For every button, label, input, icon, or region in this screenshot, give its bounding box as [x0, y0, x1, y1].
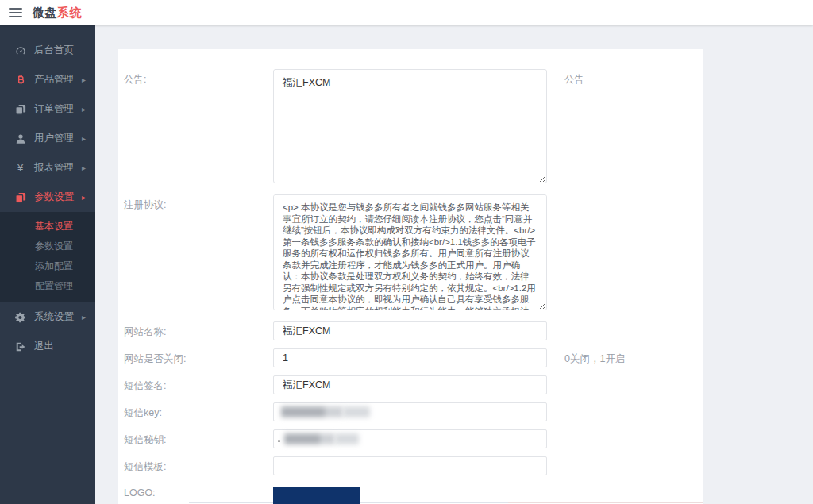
sidebar-subitem-parameter-settings[interactable]: 参数设置 — [0, 237, 95, 256]
sms-template-label: 短信模板: — [124, 456, 273, 474]
sidebar-item-label: 参数设置 — [34, 190, 82, 204]
site-name-input[interactable] — [273, 321, 547, 340]
form-row-agreement: 注册协议: <p> 本协议是您与钱多多所有者之间就钱多多网站服务等相关事宜所订立… — [124, 194, 703, 314]
form-row-site-name: 网站名称: — [124, 321, 703, 340]
chevron-right-icon: ▸ — [82, 164, 86, 172]
bitcoin-icon — [14, 74, 26, 86]
chevron-right-icon: ▸ — [82, 105, 86, 113]
gear-icon — [14, 311, 26, 323]
redacted-value-blur — [343, 406, 370, 417]
chevron-right-icon: ▸ — [82, 313, 86, 321]
app-title-red: 系统 — [57, 6, 82, 19]
sidebar: 后台首页 产品管理 ▸ 订单管理 ▸ 用户管理 ▸ ¥ 报表管理 ▸ 参数设置 … — [0, 25, 95, 504]
sidebar-item-parameters[interactable]: 参数设置 ▸ — [0, 183, 95, 212]
sidebar-subitem-add-config[interactable]: 添加配置 — [0, 256, 95, 276]
redacted-value-blur — [284, 433, 335, 444]
sidebar-item-label: 后台首页 — [34, 44, 86, 57]
sidebar-item-users[interactable]: 用户管理 ▸ — [0, 124, 95, 153]
yen-icon: ¥ — [14, 162, 26, 174]
redacted-value-dot — [278, 440, 280, 442]
dashboard-icon — [14, 44, 26, 56]
sidebar-item-orders[interactable]: 订单管理 ▸ — [0, 94, 95, 124]
top-header: 微盘系统 — [0, 0, 813, 25]
sidebar-item-label: 用户管理 — [34, 132, 82, 145]
redacted-value-blur — [335, 433, 359, 444]
app-title: 微盘系统 — [33, 6, 82, 21]
sms-key-label: 短信key: — [124, 402, 273, 420]
sidebar-item-label: 退出 — [34, 340, 86, 353]
sidebar-subitem-basic-settings[interactable]: 基本设置 — [0, 217, 95, 237]
fxcm-logo: FXCM FXCM LISTED — [273, 487, 360, 504]
form-row-site-closed: 网站是否关闭: 0关闭，1开启 — [124, 348, 703, 367]
sidebar-item-dashboard[interactable]: 后台首页 — [0, 36, 95, 65]
agreement-label: 注册协议: — [124, 194, 273, 212]
settings-form-card: 公告: 福汇FXCM 公告 注册协议: <p> 本协议是您与钱多多所有者之间就钱… — [118, 49, 703, 504]
user-icon — [14, 133, 26, 144]
sidebar-item-reports[interactable]: ¥ 报表管理 ▸ — [0, 153, 95, 183]
card-bottom-divider — [189, 502, 703, 503]
agreement-textarea[interactable]: <p> 本协议是您与钱多多所有者之间就钱多多网站服务等相关事宜所订立的契约，请您… — [273, 194, 547, 310]
chevron-right-icon: ▸ — [82, 134, 86, 143]
copy-icon — [14, 191, 26, 203]
sidebar-subitem-config-manage[interactable]: 配置管理 — [0, 276, 95, 296]
sms-template-input[interactable] — [273, 456, 547, 475]
announcement-hint: 公告 — [564, 69, 584, 87]
chevron-right-icon: ▸ — [82, 193, 86, 202]
form-row-sms-sign: 短信签名: — [124, 375, 703, 394]
announcement-textarea[interactable]: 福汇FXCM — [273, 69, 547, 183]
sms-sign-input[interactable] — [273, 375, 547, 394]
form-row-sms-key: 短信key: — [124, 402, 703, 421]
sidebar-item-label: 产品管理 — [34, 73, 82, 87]
site-closed-label: 网站是否关闭: — [124, 348, 273, 366]
sidebar-item-label: 订单管理 — [34, 102, 82, 116]
form-row-sms-template: 短信模板: — [124, 456, 703, 475]
sidebar-item-logout[interactable]: 退出 — [0, 332, 95, 361]
sms-sign-label: 短信签名: — [124, 375, 273, 393]
sms-secret-label: 短信秘钥: — [124, 429, 273, 447]
form-row-sms-secret: 短信秘钥: — [124, 429, 703, 448]
logo-label: LOGO: — [124, 483, 273, 498]
sidebar-item-label: 系统设置 — [34, 310, 82, 324]
form-row-announcement: 公告: 福汇FXCM 公告 — [124, 69, 703, 187]
chevron-right-icon: ▸ — [82, 75, 86, 84]
sidebar-item-products[interactable]: 产品管理 ▸ — [0, 65, 95, 94]
announcement-label: 公告: — [124, 69, 273, 87]
site-name-label: 网站名称: — [124, 321, 273, 339]
copy-icon — [14, 103, 26, 115]
sidebar-item-system[interactable]: 系统设置 ▸ — [0, 302, 95, 332]
site-closed-hint: 0关闭，1开启 — [564, 348, 625, 366]
logout-icon — [14, 340, 26, 352]
sidebar-submenu-parameters: 基本设置 参数设置 添加配置 配置管理 — [0, 212, 95, 302]
hamburger-menu-icon[interactable] — [9, 8, 22, 17]
app-title-dark: 微盘 — [33, 6, 57, 19]
redacted-value-blur — [281, 406, 343, 417]
site-closed-input[interactable] — [273, 348, 547, 367]
sidebar-item-label: 报表管理 — [34, 161, 82, 175]
